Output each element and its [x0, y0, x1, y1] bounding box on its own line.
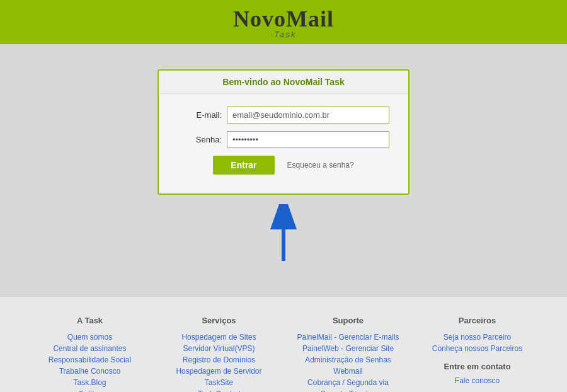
footer-link-central[interactable]: Central de assinantes [32, 344, 148, 353]
footer-col4-subtitle: Entre em contato [419, 362, 536, 371]
footer-link-dominios[interactable]: Registro de Domínios [161, 355, 277, 364]
logo: NovoMail ·Task [233, 6, 334, 39]
footer-link-blog[interactable]: Task.Blog [32, 378, 148, 387]
footer-link-suporte-tecnico[interactable]: Suporte Técnico [290, 389, 406, 392]
password-row: Senha: [178, 131, 389, 148]
email-label: E-mail: [178, 110, 222, 120]
form-actions: Entrar Esqueceu a senha? [178, 156, 389, 175]
footer-col-suporte: Suporte PainelMail - Gerenciar E-mails P… [284, 316, 413, 392]
footer-link-webmail[interactable]: Webmail [290, 367, 406, 376]
footer-col-servicos: Serviços Hospedagem de Sites Servidor Vi… [154, 316, 284, 392]
footer-link-task-control[interactable]: Task Control [161, 389, 277, 392]
footer: A Task Quem somos Central de assinantes … [0, 296, 567, 392]
footer-link-vps[interactable]: Servidor Virtual(VPS) [161, 344, 277, 353]
footer-link-hospedagem-servidor[interactable]: Hospedagem de Servidor [161, 367, 277, 376]
email-input[interactable] [227, 107, 389, 124]
footer-col2-title: Serviços [161, 316, 277, 325]
footer-link-hospedagem-sites[interactable]: Hospedagem de Sites [161, 333, 277, 342]
forgot-password-link[interactable]: Esqueceu a senha? [287, 161, 354, 170]
email-row: E-mail: [178, 107, 389, 124]
login-box: Bem-vindo ao NovoMail Task E-mail: Senha… [158, 69, 410, 195]
footer-link-quem-somos[interactable]: Quem somos [32, 333, 148, 342]
footer-link-conheca-parceiros[interactable]: Conheça nossos Parceiros [419, 344, 536, 353]
password-label: Senha: [178, 135, 222, 144]
footer-col1-title: A Task [32, 316, 148, 325]
footer-link-seja-parceiro[interactable]: Seja nosso Parceiro [419, 333, 536, 342]
footer-columns: A Task Quem somos Central de assinantes … [25, 316, 542, 392]
footer-link-painelmail[interactable]: PainelMail - Gerenciar E-mails [290, 333, 406, 342]
footer-link-fale-conosco[interactable]: Fale conosco [419, 376, 536, 385]
footer-link-tasksite[interactable]: TaskSite [161, 378, 277, 387]
footer-col3-title: Suporte [290, 316, 406, 325]
login-form: E-mail: Senha: Entrar Esqueceu a senha? [159, 94, 408, 181]
footer-col4-title: Parceiros [419, 316, 536, 325]
footer-link-trabalhe[interactable]: Trabalhe Conosco [32, 367, 148, 376]
header: NovoMail ·Task [0, 0, 567, 44]
footer-col-task: A Task Quem somos Central de assinantes … [25, 316, 154, 392]
footer-link-responsabilidade[interactable]: Responsabilidade Social [32, 355, 148, 364]
logo-main: NovoMail [233, 6, 334, 32]
logo-sub: ·Task [271, 30, 297, 39]
footer-link-twitter[interactable]: Twitter [32, 389, 148, 392]
arrow-container [265, 201, 302, 267]
footer-link-admin-senhas[interactable]: Administração de Senhas [290, 355, 406, 364]
footer-link-cobranca[interactable]: Cobrança / Segunda via [290, 378, 406, 387]
main-content: Bem-vindo ao NovoMail Task E-mail: Senha… [0, 44, 567, 296]
footer-col-parceiros: Parceiros Seja nosso Parceiro Conheça no… [413, 316, 542, 392]
login-title: Bem-vindo ao NovoMail Task [159, 71, 408, 94]
password-input[interactable] [227, 131, 389, 148]
submit-button[interactable]: Entrar [213, 156, 274, 175]
footer-link-painelweb[interactable]: PainelWeb - Gerenciar Site [290, 344, 406, 353]
arrow-icon [265, 204, 302, 267]
